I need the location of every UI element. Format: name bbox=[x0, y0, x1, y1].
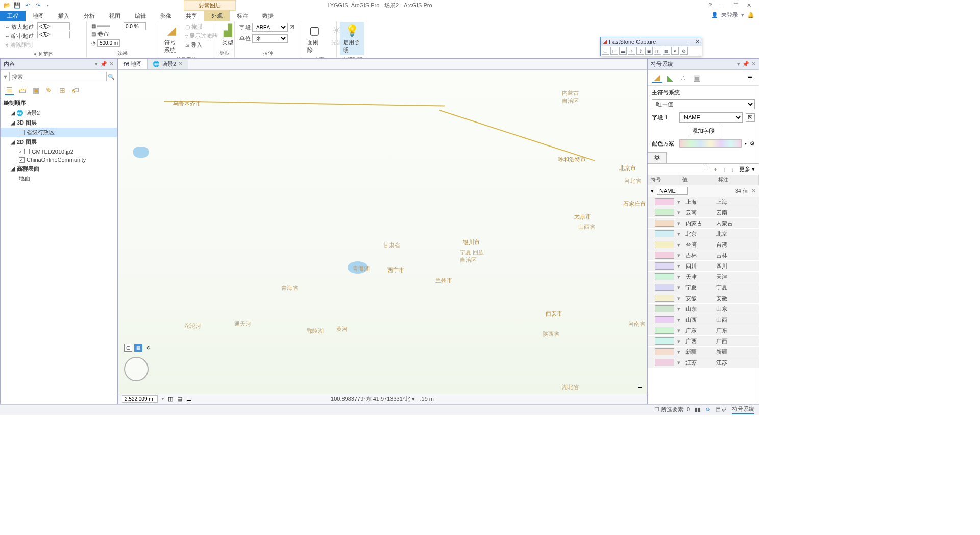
panel-menu-icon[interactable]: ▾ bbox=[737, 61, 740, 67]
unit-select[interactable]: 米 bbox=[252, 34, 288, 43]
notification-icon[interactable]: 🔔 bbox=[747, 12, 754, 18]
ribbon-tab-分析[interactable]: 分析 bbox=[77, 11, 102, 21]
open-icon[interactable]: 📂 bbox=[3, 1, 11, 9]
save-icon[interactable]: 💾 bbox=[13, 1, 21, 9]
mask-button[interactable]: ▢ 掩膜 bbox=[184, 22, 219, 31]
panel-menu-icon[interactable]: ▾ bbox=[95, 61, 98, 67]
help-icon[interactable]: ? bbox=[708, 2, 712, 9]
fs-minimize-icon[interactable]: — bbox=[689, 38, 694, 45]
swipe-button[interactable]: ▤ 卷帘 bbox=[90, 30, 121, 38]
symbology-item[interactable]: ▾北京北京 bbox=[648, 229, 759, 239]
ribbon-tab-编辑[interactable]: 编辑 bbox=[128, 11, 153, 21]
toc-search-input[interactable] bbox=[9, 72, 107, 81]
symbology-item[interactable]: ▾台湾台湾 bbox=[648, 239, 759, 250]
fs-settings-icon[interactable]: ⚙ bbox=[680, 47, 688, 55]
ribbon-tab-视图[interactable]: 视图 bbox=[102, 11, 128, 21]
search-icon[interactable]: 🔍 bbox=[108, 74, 115, 80]
3d-layers-group[interactable]: ◢ 3D 图层 bbox=[1, 118, 117, 128]
user-label[interactable]: 未登录 bbox=[721, 11, 738, 19]
view-mode-global-icon[interactable]: ⊙ bbox=[144, 344, 153, 352]
fs-output-icon[interactable]: ▾ bbox=[671, 47, 679, 55]
fs-capture-rect-icon[interactable]: ▬ bbox=[619, 47, 627, 55]
ribbon-tab-外观[interactable]: 外观 bbox=[204, 11, 230, 21]
fs-capture-freehand-icon[interactable]: ✧ bbox=[628, 47, 635, 55]
panel-pin-icon[interactable]: 📌 bbox=[742, 61, 749, 67]
gallery-icon[interactable]: ◢ bbox=[652, 72, 662, 83]
minimize-icon[interactable]: — bbox=[720, 2, 725, 9]
list-by-snapping-icon[interactable]: ⊞ bbox=[58, 85, 67, 95]
list-by-drawing-icon[interactable]: ☰ bbox=[5, 85, 14, 95]
map-tab-scene2[interactable]: 🌐 场景2 ✕ bbox=[148, 59, 188, 69]
maximize-icon[interactable]: ☐ bbox=[733, 2, 739, 9]
catalog-link[interactable]: 目录 bbox=[716, 406, 727, 414]
panel-close-icon[interactable]: ✕ bbox=[751, 61, 756, 67]
layer-gmted[interactable]: ▹ GMTED2010.jp2 bbox=[1, 147, 117, 156]
symbology-item[interactable]: ▾吉林吉林 bbox=[648, 250, 759, 261]
transparency-slider[interactable]: ▦ ━━━━ bbox=[90, 22, 121, 29]
color-ramp[interactable] bbox=[679, 139, 742, 148]
fs-capture-object-icon[interactable]: ◫ bbox=[654, 47, 662, 55]
symbology-item[interactable]: ▾山东山东 bbox=[648, 304, 759, 314]
symbology-item[interactable]: ▾安徽安徽 bbox=[648, 293, 759, 304]
panel-close-icon[interactable]: ✕ bbox=[109, 61, 114, 67]
add-field-button[interactable]: 添加字段 bbox=[688, 126, 719, 136]
zoom-out-beyond[interactable]: ↔ 缩小超过 bbox=[3, 32, 35, 40]
symbology-item[interactable]: ▾内蒙古内蒙古 bbox=[648, 218, 759, 229]
undo-icon[interactable]: ↶ bbox=[23, 1, 32, 9]
panel-pin-icon[interactable]: 📌 bbox=[100, 61, 107, 67]
sym-advanced-icon[interactable]: ▣ bbox=[692, 72, 702, 83]
move-up-icon[interactable]: ↑ bbox=[723, 166, 726, 173]
ground-layer[interactable]: 地面 bbox=[1, 174, 117, 183]
burger-icon[interactable]: ≡ bbox=[745, 72, 755, 83]
color-settings-icon[interactable]: ⚙ bbox=[750, 140, 755, 147]
redo-icon[interactable]: ↷ bbox=[34, 1, 42, 9]
symbology-item[interactable]: ▾四川四川 bbox=[648, 261, 759, 272]
vary-by-attr-icon[interactable]: ◣ bbox=[665, 72, 675, 83]
view-mode-3d-icon[interactable]: ▦ bbox=[134, 344, 142, 352]
sym-settings-icon[interactable]: ⛬ bbox=[678, 72, 689, 83]
refresh-icon[interactable]: ⟳ bbox=[706, 406, 710, 413]
faststone-window[interactable]: ◢ FastStone Capture —✕ ▭ ▢ ▬ ✧ ⇕ ▣ ◫ ▦ ▾… bbox=[600, 37, 702, 56]
footer-tool-1[interactable]: ◫ bbox=[168, 396, 173, 402]
close-tab-icon[interactable]: ✕ bbox=[178, 61, 183, 67]
symbology-button[interactable]: ◢符号系统 bbox=[161, 22, 182, 55]
face-cull-button[interactable]: ▢面剔除 bbox=[304, 22, 325, 55]
list-by-editing-icon[interactable]: ✎ bbox=[44, 85, 54, 95]
clear-field-icon[interactable]: ☒ bbox=[289, 24, 295, 31]
fs-capture-fixed-icon[interactable]: ▣ bbox=[645, 47, 653, 55]
map-tab-map[interactable]: 🗺 地图 bbox=[118, 59, 148, 69]
flicker-button[interactable]: ◔ bbox=[90, 39, 121, 47]
fs-capture-window-icon[interactable]: ▭ bbox=[602, 47, 609, 55]
symbology-item[interactable]: ▾上海上海 bbox=[648, 197, 759, 207]
filter-icon[interactable]: ▼ bbox=[3, 74, 8, 80]
ribbon-tab-数据[interactable]: 数据 bbox=[255, 11, 281, 21]
list-by-source-icon[interactable]: 🗃 bbox=[18, 85, 27, 95]
symbology-item[interactable]: ▾云南云南 bbox=[648, 207, 759, 218]
symbology-item[interactable]: ▾广东广东 bbox=[648, 325, 759, 336]
symbology-item[interactable]: ▾广西广西 bbox=[648, 336, 759, 347]
fs-capture-menu-icon[interactable]: ▦ bbox=[663, 47, 670, 55]
navigator-wheel[interactable] bbox=[124, 357, 149, 381]
ribbon-tab-影像[interactable]: 影像 bbox=[153, 11, 179, 21]
symbology-item[interactable]: ▾山西山西 bbox=[648, 314, 759, 325]
move-down-icon[interactable]: ↓ bbox=[731, 166, 734, 173]
collapse-icon[interactable]: ▾ bbox=[651, 188, 654, 194]
symbology-item[interactable]: ▾江苏江苏 bbox=[648, 357, 759, 368]
2d-layers-group[interactable]: ◢ 2D 图层 bbox=[1, 137, 117, 147]
ribbon-tab-插入[interactable]: 插入 bbox=[51, 11, 77, 21]
symbology-item[interactable]: ▾宁夏宁夏 bbox=[648, 282, 759, 293]
classes-tab[interactable]: 类 bbox=[648, 152, 667, 163]
qat-dropdown-icon[interactable]: ▾ bbox=[44, 1, 52, 9]
layer-china-online[interactable]: ChinaOnlineCommunity bbox=[1, 156, 117, 164]
fs-capture-scroll-icon[interactable]: ⇕ bbox=[636, 47, 644, 55]
remove-values-icon[interactable]: ✕ bbox=[751, 188, 756, 194]
elevation-group[interactable]: ◢ 高程表面 bbox=[1, 164, 117, 174]
symbology-item[interactable]: ▾新疆新疆 bbox=[648, 347, 759, 357]
scene-node[interactable]: ◢ 🌐 场景2 bbox=[1, 108, 117, 118]
ribbon-tab-共享[interactable]: 共享 bbox=[179, 11, 204, 21]
zoom-in-beyond[interactable]: ↔ 放大超过 bbox=[3, 22, 35, 31]
fs-capture-fullscreen-icon[interactable]: ▢ bbox=[610, 47, 618, 55]
list-values-icon[interactable]: ☰ bbox=[702, 166, 707, 173]
ribbon-tab-地图[interactable]: 地图 bbox=[26, 11, 51, 21]
add-value-icon[interactable]: ＋ bbox=[713, 165, 718, 173]
